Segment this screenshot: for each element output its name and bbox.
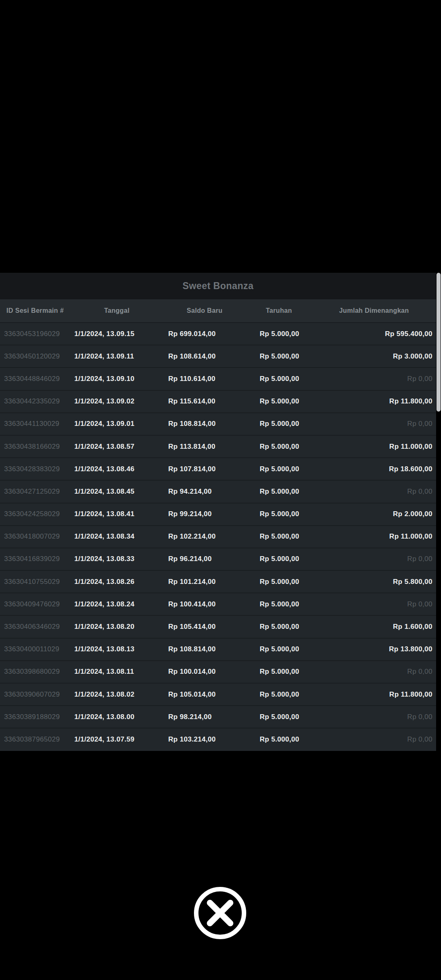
- cell-date: 1/1/2024, 13.08.20: [70, 615, 163, 638]
- cell-date: 1/1/2024, 13.08.41: [70, 503, 163, 526]
- cell-new-balance: Rp 113.814,00: [163, 435, 246, 458]
- scrollbar-thumb[interactable]: [437, 273, 441, 412]
- history-table: ID Sesi Bermain # Tanggal Saldo Baru Tar…: [0, 299, 436, 751]
- cell-amount-won: Rp 0,00: [312, 480, 436, 503]
- cell-date: 1/1/2024, 13.09.10: [70, 368, 163, 390]
- cell-new-balance: Rp 96.214,00: [163, 548, 246, 570]
- table-row: 33630427125029 1/1/2024, 13.08.45 Rp 94.…: [0, 480, 436, 503]
- cell-session-id: 33630448846029: [0, 368, 70, 390]
- cell-session-id: 33630400011029: [0, 638, 70, 661]
- cell-amount-won: Rp 11.800,00: [312, 683, 436, 706]
- cell-bet: Rp 5.000,00: [246, 503, 312, 526]
- modal-title-bar: Sweet Bonanza: [0, 273, 436, 299]
- table-row: 33630398680029 1/1/2024, 13.08.11 Rp 100…: [0, 661, 436, 683]
- cell-session-id: 33630389188029: [0, 706, 70, 728]
- cell-session-id: 33630387965029: [0, 728, 70, 751]
- cell-new-balance: Rp 110.614,00: [163, 368, 246, 390]
- cell-amount-won: Rp 2.000,00: [312, 503, 436, 526]
- cell-session-id: 33630441130029: [0, 413, 70, 435]
- col-header-bet: Taruhan: [246, 299, 312, 323]
- cell-session-id: 33630398680029: [0, 661, 70, 683]
- table-row: 33630416839029 1/1/2024, 13.08.33 Rp 96.…: [0, 548, 436, 570]
- cell-new-balance: Rp 103.214,00: [163, 728, 246, 751]
- game-screen: Sweet Bonanza ID Sesi Bermain # Tanggal …: [0, 0, 441, 980]
- cell-new-balance: Rp 105.014,00: [163, 683, 246, 706]
- cell-bet: Rp 5.000,00: [246, 323, 312, 345]
- table-row: 33630390607029 1/1/2024, 13.08.02 Rp 105…: [0, 683, 436, 706]
- table-row: 33630450120029 1/1/2024, 13.09.11 Rp 108…: [0, 345, 436, 368]
- cell-bet: Rp 5.000,00: [246, 526, 312, 548]
- col-header-date: Tanggal: [70, 299, 163, 323]
- cell-session-id: 33630406346029: [0, 615, 70, 638]
- table-row: 33630441130029 1/1/2024, 13.09.01 Rp 108…: [0, 413, 436, 435]
- cell-session-id: 33630453196029: [0, 323, 70, 345]
- table-row: 33630389188029 1/1/2024, 13.08.00 Rp 98.…: [0, 706, 436, 728]
- table-row: 33630442335029 1/1/2024, 13.09.02 Rp 115…: [0, 390, 436, 413]
- cell-new-balance: Rp 107.814,00: [163, 458, 246, 480]
- cell-new-balance: Rp 105.414,00: [163, 615, 246, 638]
- cell-bet: Rp 5.000,00: [246, 661, 312, 683]
- cell-date: 1/1/2024, 13.08.24: [70, 593, 163, 615]
- cell-new-balance: Rp 102.214,00: [163, 526, 246, 548]
- cell-amount-won: Rp 0,00: [312, 593, 436, 615]
- cell-bet: Rp 5.000,00: [246, 593, 312, 615]
- cell-session-id: 33630390607029: [0, 683, 70, 706]
- cell-session-id: 33630442335029: [0, 390, 70, 413]
- col-header-amount-won: Jumlah Dimenangkan: [312, 299, 436, 323]
- cell-amount-won: Rp 0,00: [312, 706, 436, 728]
- cell-new-balance: Rp 101.214,00: [163, 570, 246, 593]
- cell-date: 1/1/2024, 13.08.11: [70, 661, 163, 683]
- close-icon: [194, 886, 247, 940]
- cell-bet: Rp 5.000,00: [246, 706, 312, 728]
- cell-new-balance: Rp 99.214,00: [163, 503, 246, 526]
- cell-session-id: 33630438166029: [0, 435, 70, 458]
- table-header-row: ID Sesi Bermain # Tanggal Saldo Baru Tar…: [0, 299, 436, 323]
- close-button[interactable]: [194, 886, 247, 940]
- cell-date: 1/1/2024, 13.08.13: [70, 638, 163, 661]
- cell-session-id: 33630427125029: [0, 480, 70, 503]
- cell-amount-won: Rp 0,00: [312, 413, 436, 435]
- cell-session-id: 33630428383029: [0, 458, 70, 480]
- cell-date: 1/1/2024, 13.08.26: [70, 570, 163, 593]
- cell-amount-won: Rp 0,00: [312, 661, 436, 683]
- table-row: 33630424258029 1/1/2024, 13.08.41 Rp 99.…: [0, 503, 436, 526]
- cell-amount-won: Rp 11.800,00: [312, 390, 436, 413]
- table-row: 33630406346029 1/1/2024, 13.08.20 Rp 105…: [0, 615, 436, 638]
- cell-amount-won: Rp 1.600,00: [312, 615, 436, 638]
- cell-new-balance: Rp 108.614,00: [163, 345, 246, 368]
- col-header-new-balance: Saldo Baru: [163, 299, 246, 323]
- cell-date: 1/1/2024, 13.08.33: [70, 548, 163, 570]
- cell-date: 1/1/2024, 13.07.59: [70, 728, 163, 751]
- table-row: 33630448846029 1/1/2024, 13.09.10 Rp 110…: [0, 368, 436, 390]
- cell-bet: Rp 5.000,00: [246, 570, 312, 593]
- table-row: 33630438166029 1/1/2024, 13.08.57 Rp 113…: [0, 435, 436, 458]
- game-title: Sweet Bonanza: [183, 281, 254, 292]
- cell-bet: Rp 5.000,00: [246, 615, 312, 638]
- cell-new-balance: Rp 699.014,00: [163, 323, 246, 345]
- history-modal: Sweet Bonanza ID Sesi Bermain # Tanggal …: [0, 273, 436, 751]
- cell-date: 1/1/2024, 13.09.02: [70, 390, 163, 413]
- cell-session-id: 33630424258029: [0, 503, 70, 526]
- table-row: 33630418007029 1/1/2024, 13.08.34 Rp 102…: [0, 526, 436, 548]
- cell-bet: Rp 5.000,00: [246, 413, 312, 435]
- cell-session-id: 33630410755029: [0, 570, 70, 593]
- cell-date: 1/1/2024, 13.08.45: [70, 480, 163, 503]
- table-row: 33630453196029 1/1/2024, 13.09.15 Rp 699…: [0, 323, 436, 345]
- cell-bet: Rp 5.000,00: [246, 728, 312, 751]
- table-row: 33630409476029 1/1/2024, 13.08.24 Rp 100…: [0, 593, 436, 615]
- cell-amount-won: Rp 5.800,00: [312, 570, 436, 593]
- cell-session-id: 33630418007029: [0, 526, 70, 548]
- cell-amount-won: Rp 3.000,00: [312, 345, 436, 368]
- table-scroll-area[interactable]: ID Sesi Bermain # Tanggal Saldo Baru Tar…: [0, 299, 436, 751]
- cell-new-balance: Rp 94.214,00: [163, 480, 246, 503]
- cell-date: 1/1/2024, 13.08.34: [70, 526, 163, 548]
- cell-bet: Rp 5.000,00: [246, 683, 312, 706]
- cell-date: 1/1/2024, 13.09.15: [70, 323, 163, 345]
- cell-bet: Rp 5.000,00: [246, 480, 312, 503]
- cell-amount-won: Rp 13.800,00: [312, 638, 436, 661]
- cell-bet: Rp 5.000,00: [246, 458, 312, 480]
- cell-session-id: 33630450120029: [0, 345, 70, 368]
- cell-amount-won: Rp 0,00: [312, 368, 436, 390]
- cell-amount-won: Rp 0,00: [312, 728, 436, 751]
- cell-new-balance: Rp 100.414,00: [163, 593, 246, 615]
